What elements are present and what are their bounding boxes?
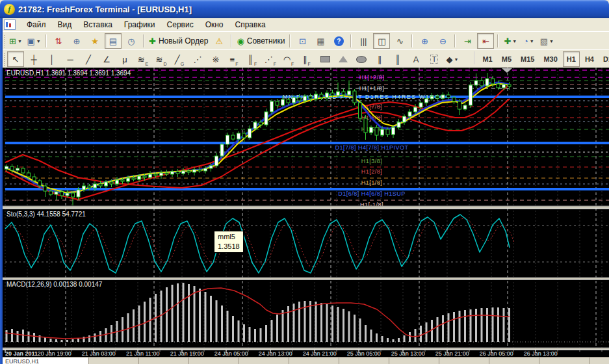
timeframe-m15-button[interactable]: M15 xyxy=(517,51,538,67)
text-tool[interactable]: A xyxy=(408,51,424,67)
profiles-button[interactable]: ▣▼ xyxy=(25,33,42,49)
chart-shift-button[interactable]: ⇤ xyxy=(477,33,494,49)
chart-window-icon[interactable] xyxy=(4,20,16,30)
terminal-button[interactable]: ▤ xyxy=(105,33,122,49)
pivot-label: D1[6/8] H4[6/8] H1SUP xyxy=(338,190,406,197)
zoom-in-button[interactable]: ⊕ xyxy=(416,33,433,49)
zoom-out-button[interactable]: ⊖ xyxy=(434,33,451,49)
chart-tab[interactable] xyxy=(389,358,439,364)
fibo-arcs-tool[interactable]: ◠F xyxy=(280,51,297,67)
title-bar: ƒ 21782: FreshForex Terminal - [EURUSD,H… xyxy=(0,0,609,18)
market-watch-button[interactable]: ⇅ xyxy=(50,33,67,49)
timeframe-m30-button[interactable]: M30 xyxy=(539,51,561,67)
data-window-button[interactable]: ⊕ xyxy=(68,33,85,49)
fibo-expansion-e-tool[interactable]: ≋E xyxy=(135,51,151,67)
chart-tab[interactable] xyxy=(590,358,609,364)
chart-tab[interactable] xyxy=(189,358,239,364)
timeframe-h1-button[interactable]: H1 xyxy=(563,51,580,67)
menu-window[interactable]: Окно xyxy=(200,19,229,31)
auto-scroll-button[interactable]: ⇥ xyxy=(459,33,476,49)
triangle-tool[interactable] xyxy=(335,51,352,67)
pitchfork-tool[interactable]: ∥ xyxy=(371,51,388,67)
chart-tab[interactable] xyxy=(139,358,189,364)
arrows-tool[interactable]: ◆▼ xyxy=(444,51,461,67)
vertical-line-tool[interactable]: │ xyxy=(44,51,60,67)
menu-charts[interactable]: Графики xyxy=(118,19,161,31)
time-axis-label: 26 Jan 05:00 xyxy=(480,350,513,357)
timeframe-d1-button[interactable]: D1 xyxy=(599,51,609,67)
chart-symbol-label: EURUSD,H1 1.3691 1.3694 1.3691 1.3694 xyxy=(6,70,131,77)
chart-svg: H1[+2/8]H1[+1/8]MN PIVOT WED PIVOT D1RES… xyxy=(0,68,609,357)
macd-label: MACD(12,26,9) 0.00138 0.00147 xyxy=(6,281,102,288)
chart-tab[interactable] xyxy=(439,358,489,364)
cursor-tool[interactable]: ↖ xyxy=(7,51,24,67)
timeframe-h4-button[interactable]: H4 xyxy=(581,51,598,67)
drawing-toolbar: ↖┼│─╱∠μ≋E≋D╱G⋰※≡F║F⋰F◠F∥F∥║AT◆▼M1M5M15M3… xyxy=(0,49,609,69)
candlestick-chart-button[interactable]: ◫ xyxy=(373,33,390,49)
chart-tab[interactable] xyxy=(289,358,339,364)
chart-tab[interactable] xyxy=(89,358,139,364)
fullscreen-button[interactable]: ⊡ xyxy=(294,33,311,49)
menu-insert[interactable]: Вставка xyxy=(77,19,118,31)
fibo-expansion-d-tool[interactable]: ≋D xyxy=(153,51,170,67)
horizontal-line-tool[interactable]: ─ xyxy=(62,51,79,67)
print-button[interactable]: ▦ xyxy=(312,33,329,49)
strategy-tester-button[interactable]: ◷ xyxy=(123,33,140,49)
indicators-button[interactable]: ✚▼ xyxy=(502,33,519,49)
gann-fan-tool[interactable]: ⋰ xyxy=(189,51,206,67)
new-chart-button[interactable]: ⊞▼ xyxy=(7,33,24,49)
chart-tab[interactable] xyxy=(489,358,539,364)
timeframe-m1-button[interactable]: M1 xyxy=(478,51,496,67)
label-tool[interactable]: T xyxy=(426,51,443,67)
alert-icon[interactable]: ⚠ xyxy=(211,33,227,49)
toolbar-separator xyxy=(497,34,499,47)
fibo-channel-tool[interactable]: ∥F xyxy=(298,51,315,67)
cycle-lines-tool[interactable]: ║ xyxy=(389,51,406,67)
line-chart-button[interactable]: ∿ xyxy=(391,33,408,49)
chart-canvas[interactable]: H1[+2/8]H1[+1/8]MN PIVOT WED PIVOT D1RES… xyxy=(0,68,609,357)
gann-line-tool[interactable]: ╱G xyxy=(171,51,188,67)
menu-tools[interactable]: Сервис xyxy=(161,19,200,31)
crosshair-tool[interactable]: ┼ xyxy=(25,51,42,67)
regression-channel-tool[interactable]: μ xyxy=(116,51,133,67)
gann-grid-tool[interactable]: ※ xyxy=(207,51,224,67)
trendline-tool[interactable]: ╱ xyxy=(80,51,97,67)
chart-tab-active[interactable]: EURUSD,H1 xyxy=(0,358,89,364)
application-window: ƒ 21782: FreshForex Terminal - [EURUSD,H… xyxy=(0,0,609,364)
tooltip-name: mml5 xyxy=(218,232,240,242)
chart-tab-bar: EURUSD,H1 xyxy=(0,357,609,364)
menu-view[interactable]: Вид xyxy=(52,19,78,31)
time-axis-label: 20 Jan 2011 xyxy=(5,350,38,357)
trend-angle-tool[interactable]: ∠ xyxy=(98,51,115,67)
fibo-retracement-tool[interactable]: ≡F xyxy=(226,51,242,67)
chart-tab[interactable] xyxy=(339,358,389,364)
time-axis-label: 21 Jan 19:00 xyxy=(170,350,204,357)
toolbar-separator xyxy=(454,34,456,47)
new-order-button[interactable]: ✚Новый Ордер xyxy=(148,33,209,49)
bar-chart-button[interactable]: ||| xyxy=(355,33,372,49)
pivot-label: H1[+2/8] xyxy=(359,74,384,81)
toolbar-separator xyxy=(411,34,413,47)
help-button[interactable]: ? xyxy=(330,33,347,49)
templates-button[interactable]: ▧▼ xyxy=(538,33,555,49)
tooltip-value: 1.3518 xyxy=(218,242,240,252)
menu-bar: Файл Вид Вставка Графики Сервис Окно Спр… xyxy=(0,18,609,32)
window-title: 21782: FreshForex Terminal - [EURUSD,H1] xyxy=(18,5,192,14)
menu-help[interactable]: Справка xyxy=(229,19,272,31)
timeframe-group: M1M5M15M30H1H4D1 xyxy=(471,51,609,67)
toolbar-separator xyxy=(45,34,47,47)
time-axis-label: 25 Jan 21:00 xyxy=(435,350,469,357)
timeframe-m5-button[interactable]: M5 xyxy=(498,51,515,67)
menu-file[interactable]: Файл xyxy=(21,19,52,31)
navigator-button[interactable]: ★ xyxy=(86,33,103,49)
pivot-label: H1[+1/8] xyxy=(359,85,384,92)
chart-tab[interactable] xyxy=(239,358,289,364)
pivot-label: D1[7/8] H4[7/8] H1PIVOT xyxy=(335,144,408,151)
chart-tab[interactable] xyxy=(539,358,590,364)
fibo-fan-tool[interactable]: ⋰F xyxy=(262,51,279,67)
fibo-timezones-tool[interactable]: ║F xyxy=(244,51,261,67)
expert-advisors-button[interactable]: ◉Советники xyxy=(235,33,286,49)
rectangle-tool[interactable] xyxy=(317,51,333,67)
ellipse-tool[interactable] xyxy=(353,51,370,67)
periods-button[interactable]: ◔▼ xyxy=(520,33,537,49)
